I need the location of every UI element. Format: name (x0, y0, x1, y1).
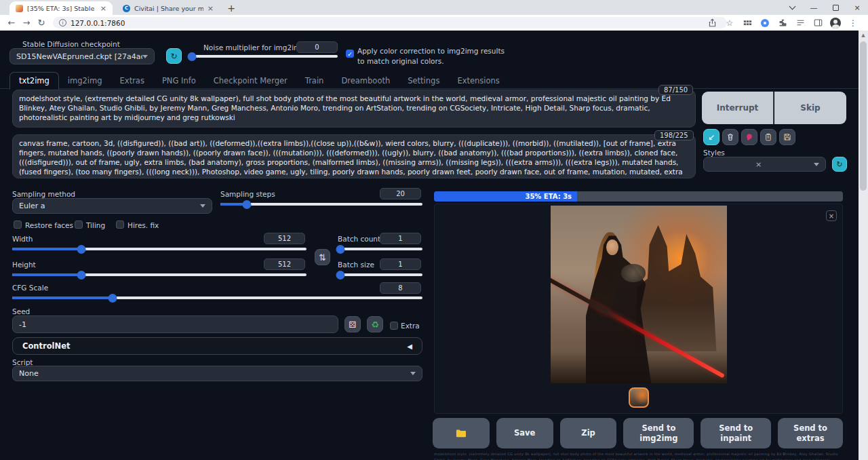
progress-fill: 35% ETA: 3s (434, 191, 577, 202)
seed-label: Seed (12, 307, 30, 315)
height-label: Height (12, 261, 36, 269)
window-minimize-button[interactable]: — (803, 0, 825, 15)
styles-dropdown[interactable]: × (703, 157, 826, 172)
window-close-button[interactable]: × (846, 0, 868, 15)
width-value[interactable]: 512 (264, 233, 305, 244)
page-scrollbar[interactable]: ▲ (859, 31, 868, 460)
tab-checkpoint-merger[interactable]: Checkpoint Merger (205, 73, 296, 89)
close-preview-icon[interactable]: × (826, 210, 837, 221)
apply-style-clipboard-icon[interactable] (760, 129, 776, 145)
save-button[interactable]: Save (496, 418, 553, 448)
tab-search-chevron-icon[interactable] (781, 0, 803, 15)
noise-multiplier-slider[interactable] (191, 55, 338, 58)
site-info-icon[interactable]: i (59, 19, 66, 26)
open-folder-button[interactable] (433, 418, 490, 448)
share-icon[interactable] (707, 18, 717, 28)
interrupt-button[interactable]: Interrupt (702, 92, 774, 124)
url-text: 127.0.0.1:7860 (71, 19, 125, 27)
send-to-extras-button[interactable]: Send to extras (778, 418, 843, 448)
tab-png-info[interactable]: PNG Info (153, 73, 205, 89)
extra-networks-palette-icon[interactable] (741, 129, 757, 145)
extension-grid-icon[interactable] (742, 18, 753, 28)
styles-clear-icon[interactable]: × (755, 160, 762, 169)
browser-tab-civitai[interactable]: C Civitai | Share your models × (117, 1, 220, 15)
height-slider[interactable] (12, 273, 307, 276)
negative-prompt-token-counter: 198/225 (654, 130, 694, 140)
restore-faces-checkbox[interactable] (14, 221, 22, 229)
negative-prompt-textarea[interactable]: canvas frame, cartoon, 3d, ((disfigured)… (12, 134, 696, 178)
generated-image[interactable] (551, 206, 727, 383)
batch-size-value[interactable]: 1 (380, 258, 421, 270)
reading-list-icon[interactable] (795, 18, 806, 28)
generation-progress-bar: 35% ETA: 3s (434, 191, 843, 202)
stable-diffusion-favicon (16, 5, 23, 12)
forward-icon[interactable]: → (19, 18, 34, 28)
seed-extra-checkbox[interactable] (390, 322, 398, 330)
send-to-inpaint-button[interactable]: Send to inpaint (701, 418, 771, 448)
tab-close-icon[interactable]: × (100, 5, 106, 12)
scrollbar-thumb[interactable] (860, 41, 867, 191)
height-value[interactable]: 512 (264, 258, 305, 270)
seed-input[interactable]: -1 (12, 315, 338, 333)
checkpoint-dropdown[interactable]: SD15NewVAEpruned.ckpt [27a4ac756c] (9, 48, 155, 64)
browser-tab-stable-diffusion[interactable]: [35% ETA: 3s] Stable Diffusion × (9, 1, 113, 15)
batch-size-slider[interactable] (338, 273, 422, 276)
chevron-down-icon (410, 372, 416, 375)
prompt-textarea[interactable]: modelshoot style, (extremely detailed CG… (12, 90, 696, 128)
paste-params-icon[interactable]: ↙ (703, 129, 719, 145)
tab-extras[interactable]: Extras (111, 73, 153, 89)
tab-img2img[interactable]: img2img (59, 73, 111, 89)
scrollbar-up-arrow[interactable]: ▲ (859, 31, 868, 38)
cfg-scale-value[interactable]: 8 (380, 282, 421, 294)
tab-extensions[interactable]: Extensions (448, 73, 508, 89)
checkpoint-refresh-button[interactable]: ↻ (166, 48, 182, 64)
styles-label: Styles (703, 149, 725, 157)
random-seed-dice-icon[interactable]: ⚄ (344, 316, 361, 332)
controlnet-accordion[interactable]: ControlNet ◀ (12, 337, 422, 355)
address-bar[interactable]: i 127.0.0.1:7860 (53, 17, 727, 28)
send-to-img2img-button[interactable]: Send to img2img (623, 418, 694, 448)
back-icon[interactable]: ← (4, 18, 19, 28)
cfg-scale-slider[interactable] (12, 296, 422, 299)
batch-count-slider[interactable] (338, 248, 422, 250)
tab-train[interactable]: Train (296, 73, 333, 89)
trash-icon[interactable] (722, 129, 738, 145)
reload-icon[interactable]: ↻ (34, 18, 49, 28)
zip-button[interactable]: Zip (560, 418, 617, 448)
window-maximize-button[interactable] (825, 0, 846, 15)
application-window: [35% ETA: 3s] Stable Diffusion × C Civit… (0, 0, 868, 460)
prompt-token-counter: 87/150 (658, 85, 693, 95)
sampling-method-dropdown[interactable]: Euler a (12, 198, 212, 214)
save-style-icon[interactable] (779, 129, 795, 145)
side-panel-icon[interactable] (812, 18, 823, 28)
tab-close-icon[interactable]: × (208, 5, 214, 12)
color-correction-checkbox[interactable]: ✓ (346, 50, 354, 58)
color-correction-label: Apply color correction to img2img result… (357, 46, 505, 66)
tab-dreambooth[interactable]: Dreambooth (332, 73, 399, 89)
bookmark-star-icon[interactable]: ☆ (724, 18, 735, 28)
tab-settings[interactable]: Settings (399, 73, 448, 89)
skip-button[interactable]: Skip (774, 92, 846, 124)
extensions-puzzle-icon[interactable] (777, 18, 788, 28)
extension-blue-icon[interactable] (760, 18, 770, 28)
sampling-steps-value[interactable]: 20 (380, 188, 421, 199)
batch-count-value[interactable]: 1 (380, 233, 421, 244)
batch-count-label: Batch count (338, 235, 380, 243)
civitai-favicon: C (123, 5, 130, 12)
gallery-thumbnail-selected[interactable] (629, 387, 649, 408)
profile-avatar[interactable] (830, 18, 841, 28)
tiling-checkbox[interactable] (75, 221, 83, 229)
script-dropdown[interactable]: None (12, 366, 422, 381)
width-slider[interactable] (12, 248, 307, 250)
new-tab-button[interactable]: + (225, 2, 237, 14)
hires-fix-checkbox[interactable] (116, 221, 124, 229)
sampling-steps-slider[interactable] (220, 203, 422, 206)
figure-pauldron (621, 264, 646, 282)
accordion-collapse-arrow-icon: ◀ (407, 343, 412, 350)
noise-multiplier-value[interactable]: 0 (296, 41, 338, 53)
browser-menu-kebab-icon[interactable]: ⋮ (848, 18, 859, 28)
swap-dimensions-icon[interactable]: ⇅ (315, 249, 330, 265)
tab-txt2img[interactable]: txt2img (9, 72, 59, 90)
styles-refresh-button[interactable]: ↻ (832, 157, 847, 172)
reuse-seed-recycle-icon[interactable]: ♻ (367, 316, 383, 332)
